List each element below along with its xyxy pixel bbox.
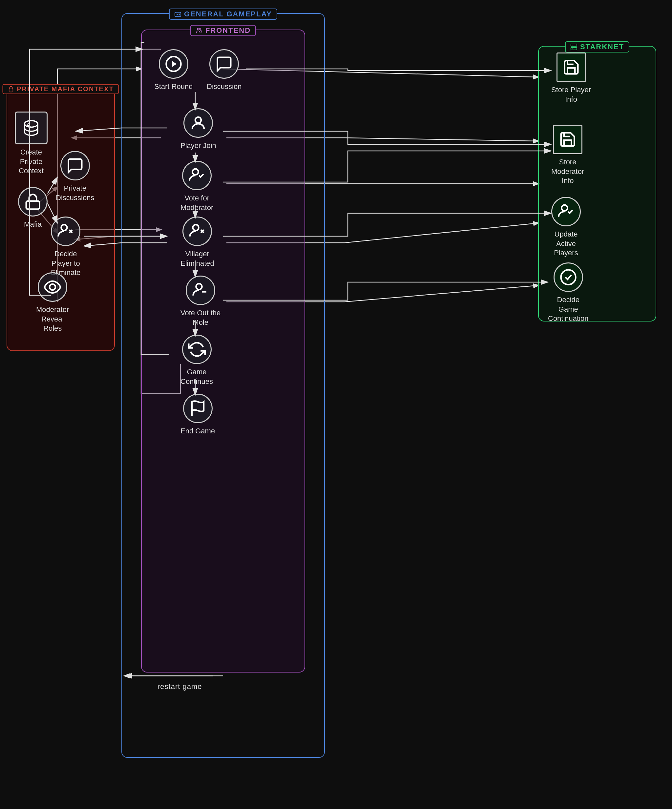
node-decide-player-eliminate: DecidePlayer toEliminate: [51, 217, 81, 277]
svg-point-15: [195, 117, 201, 123]
svg-point-20: [196, 284, 202, 290]
box-frontend: FRONTEND: [141, 30, 305, 673]
node-update-active-players: UpdateActivePlayers: [551, 197, 581, 258]
node-game-continues: GameContinues: [180, 335, 213, 386]
svg-point-31: [561, 270, 576, 285]
node-start-round: Start Round: [154, 49, 193, 92]
node-moderator-reveal: ModeratorRevealRoles: [36, 272, 69, 333]
node-create-private-context: A CreatePrivateContext: [15, 112, 47, 176]
node-store-moderator-info: StoreModeratorInfo: [551, 125, 584, 186]
svg-point-16: [193, 169, 198, 175]
node-private-discussions: PrivateDiscussions: [56, 151, 94, 202]
node-end-game: End Game: [180, 394, 215, 436]
svg-rect-25: [26, 201, 40, 209]
node-villager-eliminated: VillagerEliminated: [180, 217, 214, 268]
restart-game-label: restart game: [158, 682, 202, 691]
node-vote-moderator: Vote forModerator: [180, 161, 213, 212]
node-mafia: Mafia: [18, 187, 47, 229]
svg-point-5: [180, 14, 180, 15]
node-decide-game-continuation: DecideGameContinuation: [548, 262, 589, 324]
private-mafia-label: PRIVATE MAFIA CONTEXT: [3, 84, 119, 94]
svg-text:A: A: [26, 121, 31, 129]
node-player-join: Player Join: [180, 108, 216, 151]
svg-marker-14: [172, 61, 176, 67]
frontend-label: FRONTEND: [190, 25, 256, 36]
node-vote-out-mole: Vote Out theMole: [180, 275, 220, 327]
starknet-label: STARKNET: [565, 41, 629, 52]
svg-point-26: [61, 225, 67, 231]
svg-point-7: [199, 28, 201, 30]
svg-point-29: [50, 284, 55, 290]
svg-point-30: [562, 205, 568, 211]
general-gameplay-label: GENERAL GAMEPLAY: [169, 8, 277, 20]
diagram: GENERAL GAMEPLAY FRONTEND PRIVATE MAFIA …: [0, 0, 672, 809]
node-discussion: Discussion: [207, 49, 242, 92]
svg-rect-8: [9, 89, 13, 92]
node-store-player-info: Store PlayerInfo: [551, 52, 591, 104]
svg-point-17: [193, 225, 199, 231]
